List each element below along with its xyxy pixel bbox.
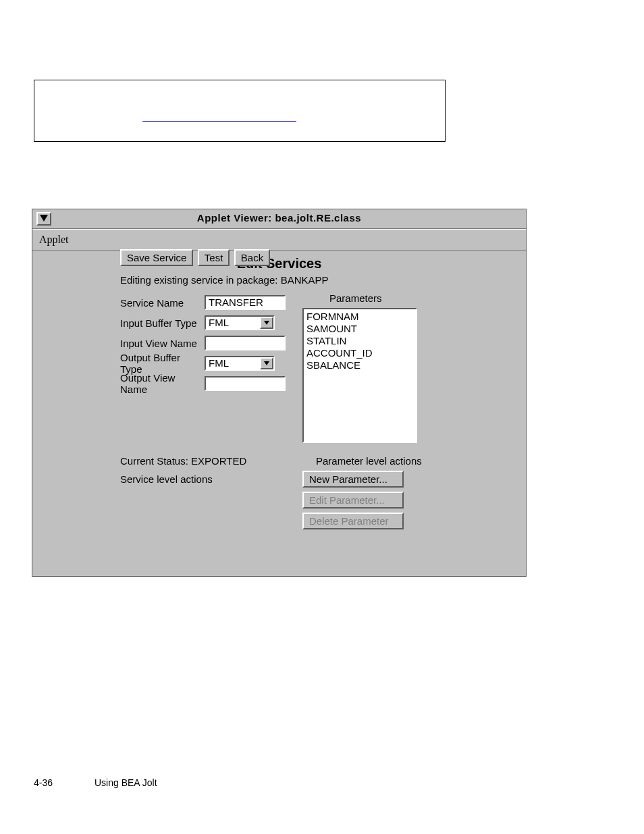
output-buffer-type-select[interactable]: FML: [205, 356, 275, 371]
input-buffer-type-select[interactable]: FML: [205, 315, 275, 330]
label-input-buffer-type: Input Buffer Type: [120, 317, 205, 329]
list-item[interactable]: SBALANCE: [306, 359, 413, 371]
window-title: Applet Viewer: bea.jolt.RE.class: [32, 212, 526, 224]
service-name-input[interactable]: TRANSFER: [205, 295, 286, 310]
content-area: Edit Services Editing existing service i…: [32, 251, 526, 271]
output-view-name-input[interactable]: [205, 376, 286, 391]
parameters-listbox[interactable]: FORMNAM SAMOUNT STATLIN ACCOUNT_ID SBALA…: [302, 308, 417, 443]
left-column: Service Name TRANSFER Input Buffer Type …: [120, 292, 302, 394]
row-input-view-name: Input View Name: [120, 333, 302, 353]
parameter-level-actions-label: Parameter level actions: [316, 455, 422, 467]
svg-marker-2: [264, 361, 269, 365]
svg-marker-1: [264, 321, 269, 325]
row-service-name: Service Name TRANSFER: [120, 292, 302, 313]
lower-left: Current Status: EXPORTED Service level a…: [120, 455, 302, 533]
current-status: Current Status: EXPORTED: [120, 455, 302, 467]
form-columns: Service Name TRANSFER Input Buffer Type …: [120, 292, 512, 443]
menubar: Applet: [32, 229, 526, 251]
list-item[interactable]: ACCOUNT_ID: [306, 347, 413, 359]
parameter-button-stack: New Parameter... Edit Parameter... Delet…: [302, 471, 422, 529]
chevron-down-icon: [264, 321, 269, 325]
list-item[interactable]: FORMNAM: [306, 311, 413, 323]
info-link-underline: [142, 121, 296, 122]
new-parameter-button[interactable]: New Parameter...: [302, 471, 404, 488]
lower-right: Parameter level actions New Parameter...…: [302, 455, 422, 533]
input-view-name-input[interactable]: [205, 336, 286, 350]
back-button[interactable]: Back: [234, 249, 270, 266]
output-buffer-type-value: FML: [206, 357, 260, 369]
label-service-name: Service Name: [120, 297, 205, 309]
row-output-buffer-type: Output Buffer Type FML: [120, 353, 302, 373]
label-input-view-name: Input View Name: [120, 338, 205, 349]
form-subtitle: Editing existing service in package: BAN…: [120, 274, 512, 286]
list-item[interactable]: SAMOUNT: [306, 323, 413, 335]
input-buffer-type-dropdown-button[interactable]: [260, 317, 273, 329]
input-buffer-type-value: FML: [206, 317, 260, 329]
label-output-view-name: Output View Name: [120, 372, 205, 395]
save-service-button[interactable]: Save Service: [120, 249, 193, 266]
chevron-down-icon: [264, 361, 269, 365]
row-output-view-name: Output View Name: [120, 373, 302, 394]
test-button[interactable]: Test: [198, 249, 230, 266]
service-level-actions-label: Service level actions: [120, 473, 302, 485]
edit-parameter-button[interactable]: Edit Parameter...: [302, 492, 404, 509]
list-item[interactable]: STATLIN: [306, 335, 413, 347]
applet-window: Applet Viewer: bea.jolt.RE.class Applet …: [32, 209, 527, 577]
right-column: Parameters FORMNAM SAMOUNT STATLIN ACCOU…: [302, 292, 417, 443]
page-heading: Edit Services: [32, 256, 526, 271]
lower-area: Current Status: EXPORTED Service level a…: [120, 455, 512, 533]
titlebar: Applet Viewer: bea.jolt.RE.class: [32, 209, 526, 229]
menu-applet[interactable]: Applet: [39, 234, 69, 245]
footer-page-number: 4-36: [34, 777, 53, 788]
delete-parameter-button[interactable]: Delete Parameter: [302, 513, 404, 529]
bottom-buttons: Save Service Test Back: [120, 249, 271, 270]
row-input-buffer-type: Input Buffer Type FML: [120, 313, 302, 333]
footer-text: Using BEA Jolt: [95, 777, 157, 788]
page: Applet Viewer: bea.jolt.RE.class Applet …: [0, 0, 644, 834]
info-box: [34, 80, 446, 142]
label-output-buffer-type: Output Buffer Type: [120, 352, 205, 375]
label-parameters: Parameters: [329, 292, 417, 304]
output-buffer-type-dropdown-button[interactable]: [260, 357, 273, 369]
